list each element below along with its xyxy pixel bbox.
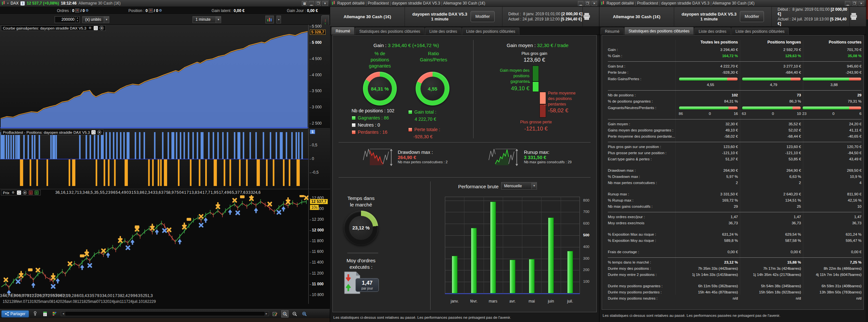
- wrench-icon[interactable]: ⚙: [88, 26, 92, 30]
- quantity-stepper[interactable]: ▲▼: [55, 16, 80, 23]
- zoom-out-button[interactable]: [291, 310, 298, 317]
- share-button[interactable]: Partager: [1, 310, 29, 317]
- modify-button[interactable]: Modifier: [740, 11, 764, 22]
- chart-edit-icon[interactable]: [272, 310, 279, 317]
- trade-gain-label: 4: [182, 190, 184, 195]
- actuel-value: 24 juil. 2019 18:13:00: [792, 17, 829, 22]
- print-cell: [850, 7, 866, 26]
- maximize-button[interactable]: ❐: [315, 1, 321, 6]
- legend-gagnantes: Gagnantes : 86: [351, 115, 389, 120]
- tab-1[interactable]: Statistiques des positions clôturées: [355, 28, 425, 35]
- printer-icon[interactable]: [850, 13, 858, 21]
- printer-icon[interactable]: [583, 13, 591, 21]
- symbol-label[interactable]: DAX: [11, 1, 19, 5]
- ratio-bar-green: [742, 106, 793, 109]
- stat-value: 10,9 %: [850, 175, 862, 179]
- close-pane-icon[interactable]: ✕: [99, 26, 104, 30]
- symbol-dropdown-arrow[interactable]: ▾: [7, 2, 9, 5]
- date-label: 14: [53, 299, 58, 304]
- close-position-icon[interactable]: ✕: [149, 8, 153, 13]
- position-gear-icon[interactable]: ⚙: [158, 8, 163, 13]
- gridline: [522, 197, 522, 293]
- trade-gain-label: 4,4: [118, 190, 124, 195]
- quantity-toolbar: ▲▼ (x) unités ▼ 1 minute ▼ ▼: [0, 14, 330, 25]
- cancel-orders-icon[interactable]: ✕: [75, 8, 79, 13]
- timeframe-select[interactable]: 1 minute ▼: [192, 16, 221, 23]
- chart-style-button[interactable]: [266, 15, 274, 23]
- avg-orders-value: 1,47: [359, 280, 376, 286]
- trade-gain-label: 6,1: [63, 190, 69, 195]
- minimize-button[interactable]: ▁: [845, 1, 850, 6]
- wrench-icon[interactable]: ⚙: [11, 190, 15, 195]
- gnp-neutral: 0: [833, 112, 835, 115]
- bar-info-label: 9: [97, 293, 99, 298]
- modify-button[interactable]: Modifier: [471, 11, 495, 22]
- tab-2[interactable]: Liste des ordres: [425, 28, 461, 35]
- positions-chart[interactable]: [0, 129, 308, 189]
- maximize-button[interactable]: ❐: [852, 1, 857, 6]
- quantity-input[interactable]: [55, 17, 75, 22]
- disclaimer: Les statistiques ci-dessus sont relative…: [602, 314, 780, 317]
- zoom-fit-button[interactable]: [281, 310, 288, 317]
- runup-sub: Nb max gains consécutifs : 29: [524, 160, 572, 164]
- tab-0[interactable]: Résumé: [331, 27, 354, 35]
- window-icon[interactable]: ▢: [91, 130, 96, 134]
- window-icon[interactable]: ▢: [94, 26, 98, 30]
- zoom-in-button[interactable]: [301, 310, 308, 317]
- stat-value: 123,60 €: [723, 145, 738, 149]
- close-button[interactable]: ✕: [859, 1, 864, 6]
- ratio-bar-green: [679, 106, 728, 109]
- equity-curve-chart[interactable]: [0, 25, 308, 129]
- y-tick: 800: [583, 198, 589, 202]
- window-icon[interactable]: ▢: [17, 190, 21, 195]
- close-pane-icon[interactable]: ✕: [97, 130, 101, 134]
- maximize-button[interactable]: ❐: [585, 1, 590, 6]
- date-label: juin: [114, 299, 120, 304]
- report-system-cell: dayopen straddle DAX V5.31 minute Modifi…: [674, 7, 772, 26]
- gain-value: 3 294,40 € (+164,72 %): [388, 42, 439, 48]
- spin-down-icon[interactable]: ▼: [75, 20, 79, 23]
- tab-3[interactable]: Liste des positions clôturées: [462, 28, 520, 35]
- news-tool-icon[interactable]: [41, 310, 49, 317]
- buy-marker-icon[interactable]: ↑: [34, 190, 39, 195]
- tab-3[interactable]: Liste des positions clôturées: [732, 28, 789, 35]
- print-cell: [583, 7, 599, 26]
- sell-marker-icon[interactable]: ↓: [29, 190, 33, 195]
- date-label: févr.: [16, 299, 23, 304]
- stat-value: -684,40 €: [785, 70, 801, 74]
- scroll-right-icon[interactable]: ►: [265, 312, 269, 316]
- date-label: 10: [138, 299, 143, 304]
- stat-value: -84,50 €: [848, 151, 862, 155]
- tab-2[interactable]: Liste des ordres: [694, 28, 731, 35]
- keyboard-icon[interactable]: ▦: [302, 1, 307, 6]
- minimize-button[interactable]: ▁: [578, 1, 583, 6]
- perf-period-value: Mensuelle: [501, 184, 531, 188]
- resume-content: Gain : 3 294,40 € (+164,72 %)% de positi…: [332, 35, 597, 312]
- close-button[interactable]: ✕: [322, 1, 328, 6]
- tab-0[interactable]: Résumé: [601, 28, 624, 35]
- trade-gain-label: 5: [216, 190, 219, 195]
- stat-label: Ecart type gains & pertes :: [608, 157, 652, 161]
- close-button[interactable]: ✕: [592, 1, 597, 6]
- unit-select[interactable]: (x) unités ▼: [82, 16, 109, 23]
- orders-gear-icon[interactable]: ⚙: [85, 8, 89, 13]
- horizontal-scrollbar[interactable]: ◄ ►: [61, 311, 269, 316]
- perf-period-select[interactable]: Mensuelle▼: [501, 182, 537, 189]
- chart-style-dropdown[interactable]: ▼: [276, 15, 281, 23]
- stat-value: 7h 17m 3s (424barres): [763, 266, 801, 271]
- price-chart[interactable]: [0, 195, 308, 298]
- trade-gain-label: 5: [177, 190, 179, 195]
- drawdown-title: Drawdown max :: [398, 150, 447, 155]
- minimize-button[interactable]: ▁: [309, 1, 314, 6]
- close-pane-icon[interactable]: ✕: [23, 190, 27, 195]
- info-icon[interactable]: i: [21, 1, 25, 5]
- orders-tool-icon[interactable]: [51, 310, 58, 317]
- chevron-down-icon: ▼: [531, 183, 537, 189]
- spin-up-icon[interactable]: ▲: [75, 16, 79, 20]
- stat-value: 29: [734, 205, 738, 208]
- scroll-left-icon[interactable]: ◄: [61, 312, 65, 316]
- link-tool-icon[interactable]: [32, 310, 39, 317]
- tab-1[interactable]: Statistiques des positions clôturées: [624, 27, 694, 35]
- stat-label: Gagnants/Neutres/Perdants :: [608, 106, 656, 110]
- bar-info-label: 34,0: [102, 293, 110, 298]
